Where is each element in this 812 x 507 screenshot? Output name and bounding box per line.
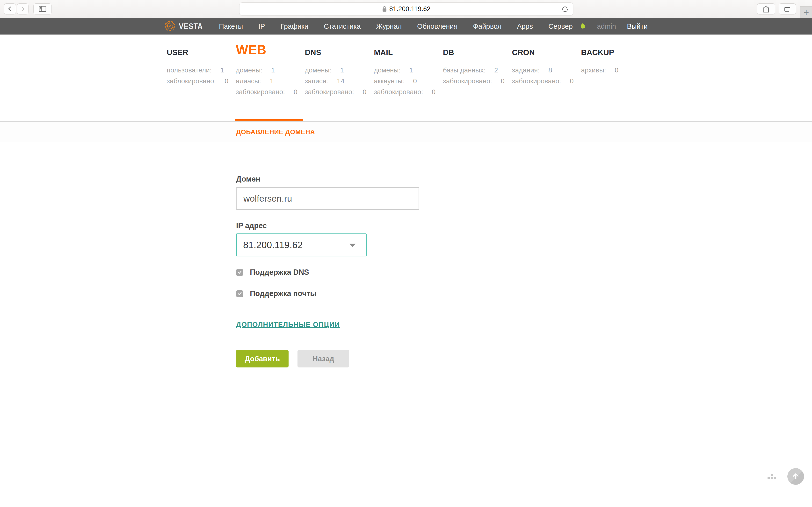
active-tab-indicator xyxy=(235,119,303,121)
address-bar[interactable]: 81.200.119.62 xyxy=(239,2,573,15)
stat-row: домены:1 xyxy=(374,65,441,75)
ip-address-label: IP адрес xyxy=(236,221,648,230)
stat-label: заблокировано: xyxy=(236,88,285,96)
stat-row: заблокировано:0 xyxy=(374,87,441,97)
stat-value: 2 xyxy=(494,66,498,74)
tabs-overview-icon xyxy=(783,5,791,12)
dns-support-checkbox[interactable] xyxy=(236,269,243,276)
stat-row: задания:8 xyxy=(512,65,579,75)
browser-toolbar: 81.200.119.62 + xyxy=(0,0,812,18)
stat-row: заблокировано:0 xyxy=(167,75,234,87)
browser-sidebar-button[interactable] xyxy=(33,3,52,14)
new-tab-icon: + xyxy=(803,7,809,18)
nav-item-пакеты[interactable]: Пакеты xyxy=(219,22,243,31)
back-button[interactable]: Назад xyxy=(298,350,349,368)
nav-item-файрвол[interactable]: Файрвол xyxy=(473,22,501,31)
ip-address-select[interactable]: 81.200.119.62 xyxy=(236,233,367,257)
stats-section-web: WEBдомены:1алиасы:1заблокировано:0 xyxy=(234,43,303,121)
stat-value: 1 xyxy=(220,66,224,74)
stat-row: заблокировано:0 xyxy=(236,87,303,97)
advanced-options-link[interactable]: ДОПОЛНИТЕЛЬНЫЕ ОПЦИИ xyxy=(236,321,340,329)
browser-back-button[interactable] xyxy=(4,3,16,14)
stat-value: 0 xyxy=(501,77,505,85)
stats-title-dns[interactable]: DNS xyxy=(305,43,371,57)
stats-section-mail: MAILдомены:1аккаунты:0заблокировано:0 xyxy=(371,43,441,121)
mail-support-checkbox[interactable] xyxy=(236,290,243,297)
browser-share-button[interactable] xyxy=(757,3,775,14)
add-button[interactable]: Добавить xyxy=(236,350,289,368)
browser-new-tab-button[interactable]: + xyxy=(800,6,812,18)
stat-label: домены: xyxy=(374,66,400,74)
domain-input[interactable] xyxy=(236,187,419,210)
vesta-logo[interactable]: VESTA xyxy=(164,20,205,32)
stat-row: алиасы:1 xyxy=(236,75,303,87)
back-icon xyxy=(7,5,13,12)
checkbox-check-icon xyxy=(238,270,242,274)
stats-overview: USERпользователи:1заблокировано:0WEBдоме… xyxy=(164,35,648,121)
vesta-logo-icon xyxy=(164,20,175,32)
browser-tabs-overview-button[interactable] xyxy=(779,3,796,14)
domain-label: Домен xyxy=(236,175,648,183)
stat-label: заблокировано: xyxy=(443,77,492,85)
nav-item-обновления[interactable]: Обновления xyxy=(417,22,457,31)
stats-section-dns: DNSдомены:1записи:14заблокировано:0 xyxy=(302,43,371,121)
scroll-top-icon xyxy=(792,472,800,481)
sidebar-icon xyxy=(39,6,47,12)
stats-title-db[interactable]: DB xyxy=(443,43,510,57)
nav-user-name[interactable]: admin xyxy=(597,22,616,31)
chevron-down-icon xyxy=(349,243,356,247)
stat-row: базы данных:2 xyxy=(443,65,510,75)
stat-value: 1 xyxy=(409,66,413,74)
dns-support-checkbox-row[interactable]: Поддержка DNS xyxy=(236,268,648,277)
share-icon xyxy=(762,5,770,13)
nav-logout-link[interactable]: Выйти xyxy=(627,22,648,31)
stat-value: 0 xyxy=(294,88,298,96)
stat-row: заблокировано:0 xyxy=(305,87,371,97)
tab-add-domain[interactable]: ДОБАВЛЕНИЕ ДОМЕНА xyxy=(236,122,315,143)
stat-row: домены:1 xyxy=(236,65,303,75)
stats-section-user: USERпользователи:1заблокировано:0 xyxy=(164,43,234,121)
stat-label: записи: xyxy=(305,77,328,85)
stat-value: 0 xyxy=(432,88,436,96)
vesta-nav-bar: VESTA ПакетыIPГрафикиСтатистикаЖурналОбн… xyxy=(0,18,812,35)
reload-icon[interactable] xyxy=(561,5,569,13)
stat-row: заблокировано:0 xyxy=(512,75,579,87)
stats-title-user[interactable]: USER xyxy=(167,43,234,57)
notification-bell-icon[interactable] xyxy=(580,23,586,30)
stat-label: пользователи: xyxy=(167,66,212,74)
vesta-brand-text: VESTA xyxy=(179,22,203,31)
stat-value: 1 xyxy=(270,77,274,85)
stat-label: задания: xyxy=(512,66,540,74)
nav-item-сервер[interactable]: Сервер xyxy=(548,22,573,31)
nav-item-графики[interactable]: Графики xyxy=(281,22,308,31)
stat-value: 8 xyxy=(548,66,552,74)
stat-value: 0 xyxy=(224,77,229,85)
stat-value: 0 xyxy=(615,66,619,74)
lock-icon xyxy=(382,6,387,12)
tab-strip: ДОБАВЛЕНИЕ ДОМЕНА xyxy=(0,121,812,143)
stats-dots-icon[interactable] xyxy=(767,474,776,479)
nav-item-статистика[interactable]: Статистика xyxy=(324,22,361,31)
nav-item-apps[interactable]: Apps xyxy=(517,22,533,31)
forward-icon xyxy=(19,5,26,12)
stat-label: домены: xyxy=(236,66,262,74)
stat-label: заблокировано: xyxy=(512,77,561,85)
stat-label: аккаунты: xyxy=(374,77,404,85)
browser-forward-button[interactable] xyxy=(17,3,29,14)
stat-label: заблокировано: xyxy=(374,88,423,96)
stats-title-backup[interactable]: BACKUP xyxy=(581,43,648,57)
stats-title-cron[interactable]: CRON xyxy=(512,43,579,57)
mail-support-checkbox-row[interactable]: Поддержка почты xyxy=(236,289,648,298)
nav-item-журнал[interactable]: Журнал xyxy=(376,22,402,31)
stats-section-cron: CRONзадания:8заблокировано:0 xyxy=(510,43,579,121)
mail-support-label: Поддержка почты xyxy=(250,289,317,298)
scroll-to-top-button[interactable] xyxy=(788,468,804,485)
stat-value: 1 xyxy=(271,66,275,74)
stats-title-web[interactable]: WEB xyxy=(236,43,303,57)
checkbox-check-icon xyxy=(238,292,242,295)
stat-label: заблокировано: xyxy=(167,77,216,85)
stats-title-mail[interactable]: MAIL xyxy=(374,43,441,57)
nav-item-ip[interactable]: IP xyxy=(258,22,265,31)
stat-row: домены:1 xyxy=(305,65,371,75)
stat-value: 1 xyxy=(340,66,344,74)
